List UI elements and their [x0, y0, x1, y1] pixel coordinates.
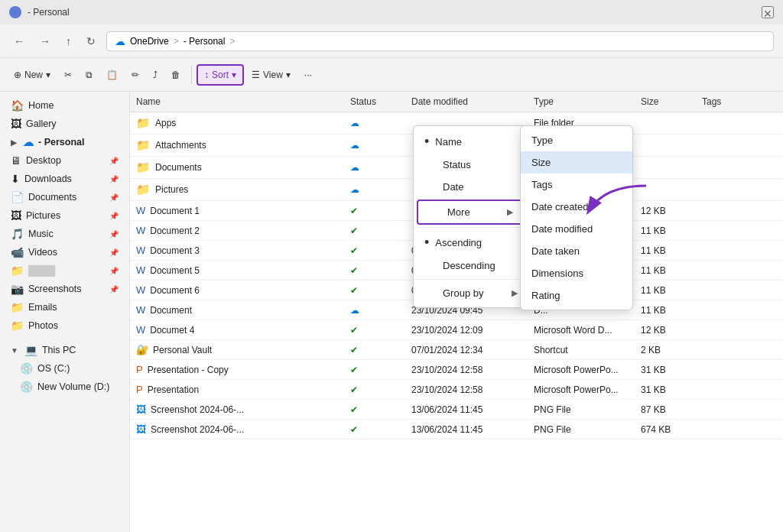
new-button[interactable]: ⊕ New ▾ — [8, 66, 57, 84]
paste-icon: 📋 — [106, 70, 118, 80]
share-icon: ⤴ — [153, 70, 158, 80]
more-options-button[interactable]: ··· — [298, 66, 318, 84]
sidebar-item-osc[interactable]: 💿 OS (C:) — [3, 359, 126, 378]
address-path[interactable]: ☁ OneDrive > - Personal > — [106, 31, 774, 51]
view-icon: ☰ — [252, 70, 260, 80]
music-label: Music — [28, 229, 54, 239]
more-item-tags[interactable]: Tags — [521, 174, 632, 196]
sidebar-item-newvolume[interactable]: 💿 New Volume (D:) — [3, 378, 126, 396]
header-date[interactable]: Date modified — [405, 95, 528, 109]
sort-button[interactable]: ↕ Sort ▾ — [197, 64, 244, 86]
back-button[interactable]: ← — [9, 32, 29, 50]
table-row[interactable]: 🔐Personal Vault ✔ 07/01/2024 12:34 Short… — [130, 340, 783, 360]
emails-label: Emails — [28, 302, 57, 313]
share-button[interactable]: ⤴ — [147, 66, 164, 84]
path-sep-2: > — [229, 36, 235, 47]
file-size-cell: 12 KB — [635, 322, 696, 338]
up-button[interactable]: ↑ — [61, 32, 76, 50]
file-tags-cell — [696, 302, 757, 318]
datecreated-label: Date created — [531, 201, 588, 212]
pin-icon-desktop: 📌 — [109, 157, 119, 165]
more-item-type[interactable]: Type — [521, 129, 632, 151]
file-tags-cell — [696, 282, 757, 298]
sort-more-label: More — [447, 206, 470, 218]
rename-button[interactable]: ✏ — [125, 66, 145, 84]
sidebar-item-personal[interactable]: ▶ ☁ - Personal — [3, 133, 126, 151]
table-row[interactable]: 🖼Screenshot 2024-06-... ✔ 13/06/2024 11:… — [130, 400, 783, 420]
sidebar-item-downloads[interactable]: ⬇ Downloads 📌 — [3, 170, 126, 188]
main-layout: 🏠 Home 🖼 Gallery ▶ ☁ - Personal 🖥 Deskto… — [0, 92, 783, 532]
table-row[interactable]: WDocumet 4 ✔ 23/10/2024 12:09 Microsoft … — [130, 320, 783, 340]
paste-button[interactable]: 📋 — [100, 66, 124, 84]
file-name-cell: 📁Apps — [130, 114, 344, 132]
header-type[interactable]: Type — [528, 95, 635, 109]
onedrive-label: OneDrive — [130, 36, 169, 47]
file-size-cell — [635, 114, 696, 132]
file-tags-cell — [696, 381, 757, 397]
file-name-cell: 🔐Personal Vault — [130, 342, 344, 358]
sidebar-item-home[interactable]: 🏠 Home — [3, 96, 126, 115]
file-type-cell: Shortcut — [528, 342, 635, 358]
file-size-cell: 11 KB — [635, 282, 696, 298]
documents-sidebar-label: Documents — [28, 192, 76, 203]
file-name-cell: 🖼Screenshot 2024-06-... — [130, 401, 344, 417]
videos-label: Videos — [28, 247, 57, 258]
photos-label: Photos — [28, 320, 58, 331]
sort-item-status[interactable]: Status — [414, 154, 528, 176]
header-status[interactable]: Status — [344, 95, 405, 109]
delete-button[interactable]: 🗑 — [165, 66, 187, 84]
more-item-dimensions[interactable]: Dimensions — [521, 262, 632, 284]
sidebar-item-pictures[interactable]: 🖼 Pictures 📌 — [3, 206, 126, 225]
sort-item-date[interactable]: Date — [414, 176, 528, 198]
close-button[interactable]: ✕ — [762, 6, 774, 18]
pin-icon-videos: 📌 — [109, 248, 119, 257]
sidebar-item-photos[interactable]: 📁 Photos — [3, 316, 126, 335]
file-name-cell: WDocument 6 — [130, 282, 344, 298]
file-status-cell: ☁ — [344, 302, 405, 318]
header-tags[interactable]: Tags — [696, 95, 757, 109]
sidebar-item-desktop[interactable]: 🖥 Desktop 📌 — [3, 151, 126, 170]
header-name[interactable]: Name — [130, 95, 344, 109]
more-item-size[interactable]: Size — [521, 151, 632, 174]
onedrive-sidebar-icon: ☁ — [23, 136, 34, 148]
sort-item-ascending[interactable]: • Ascending — [414, 230, 528, 255]
file-name-cell: PPresentation — [130, 381, 344, 397]
more-item-datemodified[interactable]: Date modified — [521, 218, 632, 240]
tags-label: Tags — [531, 179, 552, 190]
sidebar-item-documents[interactable]: 📄 Documents 📌 — [3, 188, 126, 206]
sort-dropdown: • Name Status Date More ▶ • Ascending — [413, 125, 529, 308]
sidebar-item-emails[interactable]: 📁 Emails — [3, 298, 126, 316]
sidebar-item-gallery[interactable]: 🖼 Gallery — [3, 115, 126, 133]
file-type-cell: Microsoft PowerPo... — [528, 362, 635, 378]
sidebar-item-videos[interactable]: 📹 Videos 📌 — [3, 243, 126, 261]
sort-item-descending[interactable]: Descending — [414, 255, 528, 277]
more-item-datetaken[interactable]: Date taken — [521, 240, 632, 262]
content-area: Name Status Date modified Type Size Tags… — [130, 92, 783, 532]
table-row[interactable]: 🖼Screenshot 2024-06-... ✔ 13/06/2024 11:… — [130, 420, 783, 440]
sidebar-item-screenshots[interactable]: 📷 Screenshots 📌 — [3, 280, 126, 298]
file-status-cell: ✔ — [344, 362, 405, 378]
cut-button[interactable]: ✂ — [58, 66, 78, 84]
check-icon: ✔ — [350, 365, 358, 375]
table-row[interactable]: PPresentation - Copy ✔ 23/10/2024 12:58 … — [130, 360, 783, 380]
more-item-rating[interactable]: Rating — [521, 284, 632, 307]
view-button[interactable]: ☰ View ▾ — [245, 66, 297, 84]
more-item-datecreated[interactable]: Date created — [521, 196, 632, 218]
sidebar-item-thispc[interactable]: ▼ 💻 This PC — [3, 341, 126, 359]
forward-button[interactable]: → — [35, 32, 55, 50]
sort-item-groupby[interactable]: Group by ▶ — [414, 282, 528, 304]
file-tags-cell — [696, 322, 757, 338]
sort-item-more[interactable]: More ▶ — [417, 200, 525, 225]
sort-item-name[interactable]: • Name — [414, 129, 528, 154]
sort-label: Sort — [212, 70, 229, 80]
cloud-icon: ☁ — [350, 140, 359, 151]
sidebar-item-blurred[interactable]: 📁 ████ 📌 — [3, 261, 126, 280]
table-row[interactable]: PPresentation ✔ 23/10/2024 12:58 Microso… — [130, 380, 783, 400]
header-size[interactable]: Size — [635, 95, 696, 109]
refresh-button[interactable]: ↻ — [82, 32, 100, 50]
sort-date-label: Date — [443, 181, 463, 193]
copy-button[interactable]: ⧉ — [80, 66, 99, 84]
sort-descending-label: Descending — [443, 260, 495, 271]
rating-label: Rating — [531, 290, 560, 301]
sidebar-item-music[interactable]: 🎵 Music 📌 — [3, 225, 126, 243]
